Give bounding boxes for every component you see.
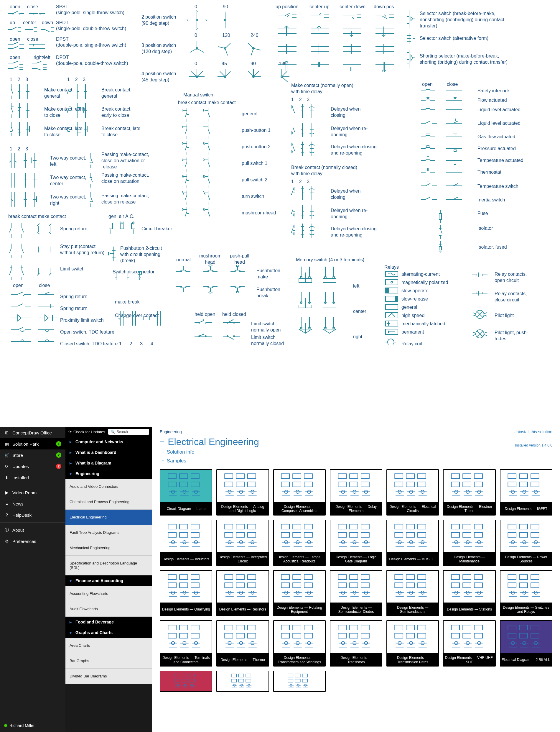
svg-rect-52 — [386, 304, 398, 310]
sample-thumbnail — [444, 621, 495, 653]
sample-card[interactable] — [273, 671, 326, 692]
relay-contacts-open-label: Relay contacts, open circuit — [495, 271, 536, 284]
user-status[interactable]: Richard Miller — [0, 719, 65, 732]
sample-card[interactable]: Design Elements — Electrical Circuits — [386, 469, 439, 516]
sidebar-label: Installed — [12, 475, 29, 480]
item-electrical-engineering[interactable]: Electrical Engineering — [65, 510, 152, 525]
samples-toggle[interactable]: −Samples — [160, 456, 552, 465]
sample-card[interactable]: Design Elements — Inductors — [160, 520, 212, 566]
category-finance[interactable]: ▾Finance and Accounting — [65, 575, 152, 586]
sample-card[interactable]: Design Elements — Analog and Digital Log… — [216, 469, 269, 516]
sample-card[interactable]: Design Elements — Integrated Circuit — [216, 520, 269, 566]
sample-card[interactable]: Design Elements — Power Sources — [500, 520, 552, 566]
category-computer-networks[interactable]: ▸Computer and Networks — [65, 437, 152, 447]
svg-rect-262 — [248, 633, 256, 638]
sample-card[interactable]: Design Elements — Transistors — [330, 620, 382, 667]
svg-rect-252 — [179, 633, 188, 638]
sample-card[interactable]: Design Elements — Terminals and Connecto… — [160, 620, 212, 667]
item-mechanical[interactable]: Mechanical Engineering — [65, 540, 152, 556]
check-updates-button[interactable]: ⟳ Check for Updates — [68, 430, 105, 434]
svg-rect-303 — [520, 625, 528, 630]
sample-card[interactable]: Design Elements — Logic Gate Diagram — [330, 520, 382, 566]
sample-card[interactable]: Design Elements — Delay Elements — [330, 469, 382, 516]
sample-card[interactable]: Design Elements — Transformers and Windi… — [273, 620, 326, 667]
news-icon: ≡ — [4, 501, 9, 506]
item-accounting[interactable]: Accounting Flowcharts — [65, 586, 152, 601]
item-audio-video[interactable]: Audio and Video Connectors — [65, 479, 152, 494]
sidebar-item-updates[interactable]: ⟳ Updates 2 — [0, 461, 65, 472]
sample-thumbnail — [160, 671, 212, 691]
category-what-is-dashboard[interactable]: ▸What is a Dashboard — [65, 447, 152, 458]
sample-card[interactable]: Design Elements — VHF-UHF-SHF — [443, 620, 495, 667]
ls-nc-label: Limit switch normally closed — [251, 334, 286, 347]
sidebar-item-helpdesk[interactable]: ? HelpDesk — [0, 509, 65, 521]
sample-card[interactable]: Design Elements — Resistors — [216, 570, 269, 616]
category-graphs[interactable]: ▾Graphs and Charts — [65, 627, 152, 638]
category-engineering[interactable]: ▾Engineering — [65, 468, 152, 479]
search-input[interactable]: 🔍 Search — [108, 429, 149, 435]
sidebar-item-video[interactable]: ▶ Video Room — [0, 487, 65, 498]
item-audit[interactable]: Audit Flowcharts — [65, 601, 152, 617]
sample-card[interactable]: Design Elements — Transmission Paths — [386, 620, 439, 667]
sample-card[interactable]: Design Elements — Thermo — [216, 620, 269, 667]
item-bar-graphs[interactable]: Bar Graphs — [65, 653, 152, 669]
sample-card[interactable]: Design Elements — IGFET — [500, 469, 552, 516]
sample-card[interactable]: Design Elements — Qualifying — [160, 570, 212, 616]
category-food[interactable]: ▸Food and Beverage — [65, 617, 152, 627]
svg-rect-304 — [531, 625, 539, 630]
item-area-charts[interactable]: Area Charts — [65, 638, 152, 653]
sample-card[interactable] — [160, 671, 212, 692]
make-break-symbols — [9, 83, 97, 136]
sample-card[interactable]: Design Elements — Semiconductors — [386, 570, 439, 616]
breadcrumb[interactable]: Engineering — [160, 430, 182, 434]
sidebar-label: About — [12, 528, 24, 533]
sidebar-item-solution-park[interactable]: ▦ Solution Park 1 — [0, 438, 65, 450]
uninstall-link[interactable]: Uninstall this solution — [513, 430, 552, 434]
sample-card[interactable]: Design Elements — Rotating Equipment — [273, 570, 326, 616]
sample-card[interactable]: Electrical Diagram — 2 Bit ALU — [500, 620, 552, 667]
sample-card[interactable]: Design Elements — MOSFET — [386, 520, 439, 566]
sample-card[interactable]: Design Elements — Maintenance — [443, 520, 495, 566]
main-content: Engineering Uninstall this solution −Ele… — [152, 427, 560, 732]
sample-card[interactable]: Design Elements — Stations — [443, 570, 495, 616]
sample-card[interactable]: Design Elements — Composite Assemblies — [273, 469, 326, 516]
center-up-label: center-up — [309, 4, 330, 10]
svg-rect-178 — [531, 524, 539, 529]
push-pull-label: push-pull head — [229, 253, 250, 265]
chevron-right-icon: ▸ — [70, 450, 73, 455]
item-sdl[interactable]: Specification and Description Language (… — [65, 556, 152, 575]
svg-rect-152 — [338, 532, 346, 537]
item-fault-tree[interactable]: Fault Tree Analysis Diagrams — [65, 525, 152, 540]
svg-rect-141 — [293, 524, 301, 529]
category-what-is-diagram[interactable]: ▸What is a Diagram — [65, 458, 152, 468]
sample-card[interactable]: Design Elements — Lamps, Acoustics, Read… — [273, 520, 326, 566]
svg-rect-295 — [474, 625, 482, 630]
sidebar-item-office[interactable]: ⊞ ConceptDraw Office — [0, 427, 65, 438]
svg-rect-307 — [531, 633, 539, 638]
svg-rect-316 — [189, 679, 194, 682]
thermostat-label: Thermostat — [477, 169, 501, 175]
sample-card[interactable] — [216, 671, 269, 692]
pressure-label: Pressure actuated — [477, 146, 516, 152]
svg-rect-306 — [520, 633, 528, 638]
sample-card[interactable]: Circuit Diagram — Lamp — [160, 469, 212, 516]
break-late-label: Break contact, late to close — [101, 126, 143, 138]
svg-rect-186 — [179, 575, 188, 580]
sample-card[interactable]: Design Elements — Switches and Relays — [500, 570, 552, 616]
collapse-icon[interactable]: − — [160, 438, 164, 447]
sample-card[interactable]: Design Elements — Semiconductor Diodes — [330, 570, 382, 616]
sidebar-item-preferences[interactable]: ⚙ Preferences — [0, 536, 65, 547]
sample-card[interactable]: Design Elements — Electron Tubes — [443, 469, 495, 516]
sidebar-item-about[interactable]: ⓘ About — [0, 524, 65, 536]
item-divided-bar[interactable]: Divided Bar Diagrams — [65, 669, 152, 684]
svg-rect-144 — [293, 532, 301, 537]
sidebar-item-store[interactable]: 🛒 Store 2 — [0, 450, 65, 461]
chevron-right-icon: ▸ — [70, 440, 73, 444]
sidebar-item-installed[interactable]: ⬇ Installed — [0, 472, 65, 483]
svg-rect-114 — [520, 474, 528, 479]
sidebar-item-news[interactable]: ≡ News — [0, 498, 65, 509]
item-chemical[interactable]: Chemical and Process Engineering — [65, 494, 152, 510]
breadcrumb-bar: Engineering Uninstall this solution — [160, 427, 552, 437]
svg-rect-61 — [191, 474, 199, 479]
solution-info-toggle[interactable]: +Solution info — [160, 448, 552, 456]
